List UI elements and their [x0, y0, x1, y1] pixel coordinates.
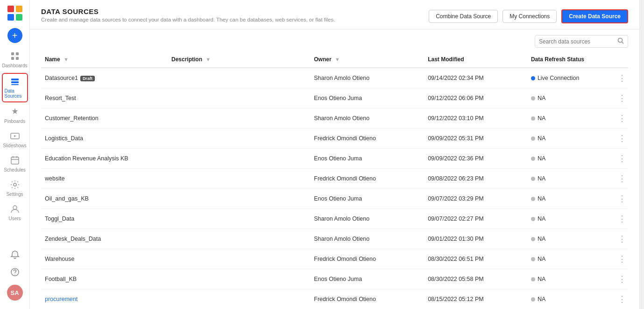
sidebar-item-label: Data Sources — [5, 88, 25, 99]
sidebar-item-schedules[interactable]: Schedules — [2, 153, 28, 175]
datasource-name[interactable]: Football_KB — [45, 276, 77, 282]
datasource-name[interactable]: Logistics_Data — [45, 135, 83, 142]
sidebar-item-slideshows[interactable]: Slideshows — [2, 129, 28, 151]
cell-description — [168, 129, 310, 149]
status-na: NA — [531, 115, 610, 122]
search-input[interactable] — [539, 38, 616, 45]
cell-description — [168, 189, 310, 209]
datasource-name[interactable]: Toggl_Data — [45, 216, 74, 222]
dashboards-icon — [10, 51, 20, 62]
cell-modified: 09/14/2022 02:34 PM — [424, 68, 527, 88]
table-row: Football_KBEnos Otieno Juma08/30/2022 05… — [41, 269, 628, 289]
users-icon — [10, 204, 20, 215]
avatar[interactable]: SA — [7, 285, 23, 301]
row-menu-button[interactable]: ⋮ — [614, 88, 628, 108]
svg-rect-6 — [11, 57, 14, 60]
table-row: Oil_and_gas_KBEnos Otieno Juma09/07/2022… — [41, 189, 628, 209]
na-dot — [531, 137, 535, 141]
description-filter-icon[interactable]: ▼ — [205, 57, 211, 62]
row-menu-button[interactable]: ⋮ — [614, 249, 628, 269]
row-menu-button[interactable]: ⋮ — [614, 189, 628, 209]
bell-icon[interactable] — [10, 250, 20, 262]
row-menu-button[interactable]: ⋮ — [614, 169, 628, 189]
page-subtitle: Create and manage data sources to connec… — [41, 17, 335, 22]
sidebar-item-datasources[interactable]: Data Sources — [2, 73, 28, 102]
status-na: NA — [531, 195, 610, 202]
row-menu-button[interactable]: ⋮ — [614, 68, 628, 88]
sidebar-item-dashboards[interactable]: Dashboards — [2, 49, 28, 71]
name-filter-icon[interactable]: ▼ — [64, 57, 69, 62]
datasource-name-link[interactable]: procurement — [45, 296, 78, 302]
datasources-table: Name ▼ Description ▼ Owner ▼ Last Modifi… — [41, 51, 628, 309]
sidebar-item-settings[interactable]: Settings — [2, 177, 28, 200]
datasource-name[interactable]: Customer_Retention — [45, 115, 99, 122]
sidebar-item-pinboards[interactable]: Pinboards — [2, 104, 28, 127]
svg-point-16 — [14, 274, 15, 275]
row-menu-button[interactable]: ⋮ — [614, 149, 628, 169]
cell-description — [168, 169, 310, 189]
my-connections-button[interactable]: My Connections — [502, 10, 557, 23]
datasource-name[interactable]: Resort_Test — [45, 95, 76, 101]
svg-rect-12 — [11, 157, 19, 164]
status-label: NA — [538, 135, 545, 142]
help-icon[interactable] — [10, 267, 20, 279]
owner-filter-icon[interactable]: ▼ — [335, 57, 340, 62]
datasource-name[interactable]: Warehouse — [45, 256, 74, 262]
search-icon[interactable] — [617, 37, 624, 45]
cell-name: Zendesk_Deals_Data — [41, 229, 168, 249]
cell-status: NA — [527, 189, 614, 209]
status-label: NA — [538, 236, 545, 242]
row-menu-button[interactable]: ⋮ — [614, 129, 628, 149]
create-datasource-button[interactable]: Create Data Source — [561, 9, 628, 23]
datasource-name[interactable]: Education Revenue Analysis KB — [45, 155, 128, 162]
slideshows-icon — [10, 131, 20, 142]
cell-owner: Enos Otieno Juma — [310, 269, 424, 289]
col-header-status: Data Refresh Status — [527, 51, 614, 68]
cell-description — [168, 149, 310, 169]
cell-name: Datasource1Draft — [41, 68, 168, 88]
row-menu-button[interactable]: ⋮ — [614, 229, 628, 249]
datasource-name[interactable]: Datasource1 — [45, 75, 78, 81]
cell-description — [168, 229, 310, 249]
datasource-name[interactable]: Oil_and_gas_KB — [45, 195, 89, 202]
row-menu-button[interactable]: ⋮ — [614, 108, 628, 129]
cell-name: procurement — [41, 289, 168, 309]
cell-name: Oil_and_gas_KB — [41, 189, 168, 209]
cell-name: website — [41, 169, 168, 189]
col-header-modified: Last Modified — [424, 51, 527, 68]
scrollbar[interactable] — [639, 0, 644, 309]
datasource-name[interactable]: Zendesk_Deals_Data — [45, 236, 101, 242]
na-dot — [531, 217, 535, 221]
live-dot — [531, 76, 535, 80]
sidebar-item-users[interactable]: Users — [2, 201, 28, 224]
na-dot — [531, 157, 535, 161]
cell-name: Toggl_Data — [41, 209, 168, 229]
na-dot — [531, 177, 535, 181]
header-left: DATA SOURCES Create and manage data sour… — [41, 7, 335, 22]
row-menu-button[interactable]: ⋮ — [614, 209, 628, 229]
cell-modified: 09/12/2022 03:10 PM — [424, 108, 527, 129]
cell-description — [168, 108, 310, 129]
svg-rect-2 — [7, 14, 14, 21]
add-button[interactable]: + — [7, 28, 22, 43]
cell-status: NA — [527, 88, 614, 108]
search-box — [535, 35, 628, 48]
app-logo[interactable] — [7, 5, 23, 22]
cell-description — [168, 249, 310, 269]
cell-modified: 09/09/2022 05:31 PM — [424, 129, 527, 149]
cell-status: NA — [527, 209, 614, 229]
table-row: Datasource1DraftSharon Amolo Otieno09/14… — [41, 68, 628, 88]
cell-status: NA — [527, 249, 614, 269]
cell-modified: 08/30/2022 05:58 PM — [424, 269, 527, 289]
na-dot — [531, 96, 535, 101]
row-menu-button[interactable]: ⋮ — [614, 269, 628, 289]
row-menu-button[interactable]: ⋮ — [614, 289, 628, 309]
status-na: NA — [531, 216, 610, 222]
datasource-name[interactable]: website — [45, 175, 64, 182]
combine-datasource-button[interactable]: Combine Data Source — [429, 10, 498, 23]
cell-owner: Fredrick Omondi Otieno — [310, 129, 424, 149]
cell-owner: Sharon Amolo Otieno — [310, 229, 424, 249]
cell-status: NA — [527, 129, 614, 149]
na-dot — [531, 116, 535, 121]
na-dot — [531, 257, 535, 261]
